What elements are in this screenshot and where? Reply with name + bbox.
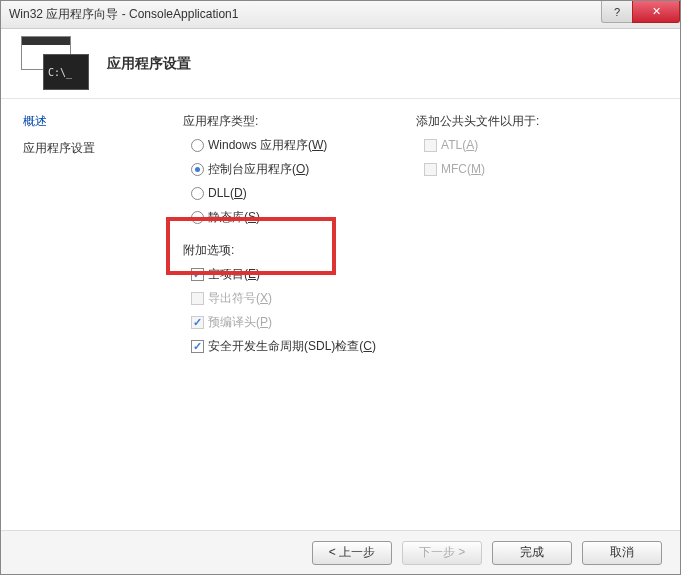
checkbox-mfc: MFC(M) bbox=[416, 160, 539, 178]
checkbox-atl: ATL(A) bbox=[416, 136, 539, 154]
radio-icon bbox=[191, 187, 204, 200]
footer: < 上一步 下一步 > 完成 取消 bbox=[1, 530, 680, 574]
nav-overview[interactable]: 概述 bbox=[23, 113, 153, 130]
right-column: 添加公共头文件以用于: ATL(A) MFC(M) bbox=[416, 113, 539, 530]
radio-icon bbox=[191, 163, 204, 176]
checkbox-sdl-check[interactable]: 安全开发生命周期(SDL)检查(C) bbox=[183, 337, 376, 355]
checkbox-icon bbox=[424, 163, 437, 176]
radio-console-app[interactable]: 控制台应用程序(O) bbox=[183, 160, 376, 178]
main-area: 概述 应用程序设置 应用程序类型: Windows 应用程序(W) 控制台应用程… bbox=[1, 99, 680, 530]
wizard-window: Win32 应用程序向导 - ConsoleApplication1 ? ✕ C… bbox=[0, 0, 681, 575]
next-button: 下一步 > bbox=[402, 541, 482, 565]
left-column: 应用程序类型: Windows 应用程序(W) 控制台应用程序(O) DLL(D… bbox=[183, 113, 376, 530]
radio-windows-app[interactable]: Windows 应用程序(W) bbox=[183, 136, 376, 154]
checkbox-icon bbox=[191, 316, 204, 329]
nav-settings: 应用程序设置 bbox=[23, 140, 153, 157]
checkbox-icon bbox=[191, 340, 204, 353]
content-area: C:\_ 应用程序设置 概述 应用程序设置 应用程序类型: Windows 应用… bbox=[1, 29, 680, 574]
app-icon: C:\_ bbox=[21, 36, 91, 91]
banner: C:\_ 应用程序设置 bbox=[1, 29, 680, 99]
help-icon: ? bbox=[614, 6, 620, 18]
console-icon: C:\_ bbox=[43, 54, 89, 90]
radio-icon bbox=[191, 211, 204, 224]
close-icon: ✕ bbox=[652, 5, 661, 18]
page-title: 应用程序设置 bbox=[107, 55, 191, 73]
close-button[interactable]: ✕ bbox=[632, 1, 680, 23]
radio-icon bbox=[191, 139, 204, 152]
additional-options-label: 附加选项: bbox=[183, 242, 376, 259]
checkbox-precompiled-header: 预编译头(P) bbox=[183, 313, 376, 331]
help-button[interactable]: ? bbox=[601, 1, 633, 23]
checkbox-empty-project[interactable]: 空项目(E) bbox=[183, 265, 376, 283]
radio-dll[interactable]: DLL(D) bbox=[183, 184, 376, 202]
titlebar-buttons: ? ✕ bbox=[602, 1, 680, 28]
checkbox-icon bbox=[424, 139, 437, 152]
window-title: Win32 应用程序向导 - ConsoleApplication1 bbox=[9, 6, 602, 23]
prev-button[interactable]: < 上一步 bbox=[312, 541, 392, 565]
radio-static-lib[interactable]: 静态库(S) bbox=[183, 208, 376, 226]
titlebar: Win32 应用程序向导 - ConsoleApplication1 ? ✕ bbox=[1, 1, 680, 29]
checkbox-icon bbox=[191, 292, 204, 305]
checkbox-icon bbox=[191, 268, 204, 281]
common-headers-label: 添加公共头文件以用于: bbox=[416, 113, 539, 130]
form-area: 应用程序类型: Windows 应用程序(W) 控制台应用程序(O) DLL(D… bbox=[183, 113, 658, 530]
app-type-label: 应用程序类型: bbox=[183, 113, 376, 130]
nav-sidebar: 概述 应用程序设置 bbox=[23, 113, 153, 530]
checkbox-export-symbols: 导出符号(X) bbox=[183, 289, 376, 307]
finish-button[interactable]: 完成 bbox=[492, 541, 572, 565]
cancel-button[interactable]: 取消 bbox=[582, 541, 662, 565]
